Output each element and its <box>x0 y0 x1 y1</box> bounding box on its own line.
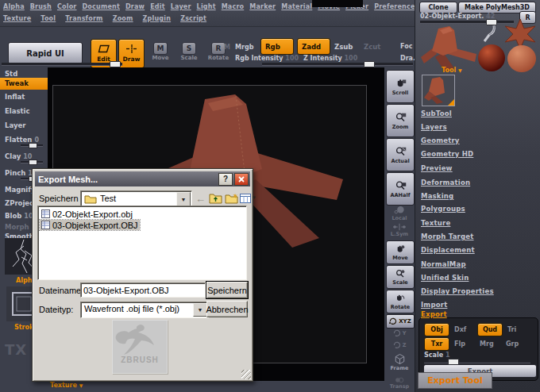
local-button[interactable]: Local <box>386 206 413 221</box>
clay-slider-handle[interactable] <box>29 159 37 165</box>
texture-thumbnail[interactable]: TX <box>5 341 27 358</box>
z-intensity-slider-handle[interactable] <box>364 61 375 67</box>
menu-document[interactable]: Document <box>83 3 120 10</box>
section-display-properties[interactable]: Display Properties <box>421 287 494 295</box>
section-preview[interactable]: Preview <box>421 164 453 172</box>
export-grp-button[interactable]: Grp <box>506 340 519 348</box>
menu-alpha[interactable]: Alpha <box>3 3 25 10</box>
m-label[interactable]: M <box>224 44 230 51</box>
menu-zscript[interactable]: Zscript <box>180 15 206 22</box>
file-item[interactable]: 02-Objekt-Export.obj <box>40 209 134 219</box>
brush-clay[interactable]: Clay10 <box>0 152 48 160</box>
section-polygroups[interactable]: Polygroups <box>421 205 465 213</box>
zadd-button[interactable]: Zadd <box>297 38 330 55</box>
export-scale-slider[interactable] <box>424 360 530 363</box>
z-intensity-label[interactable]: Z Intensity 100 <box>303 55 357 62</box>
lsym-button[interactable]: L.Sym <box>386 223 413 237</box>
cancel-button[interactable]: Abbrechen <box>206 301 248 317</box>
section-masking[interactable]: Masking <box>421 192 453 200</box>
hook-brush-thumbnail[interactable] <box>480 24 499 44</box>
export-tri-button[interactable]: Tri <box>507 326 516 333</box>
resize-grip[interactable] <box>241 370 251 379</box>
menu-tool[interactable]: Tool <box>40 15 56 22</box>
menu-layer[interactable]: Layer <box>171 3 191 10</box>
sphere-tool-thumbnail[interactable] <box>507 45 536 72</box>
rgb-button[interactable]: Rgb <box>260 38 294 55</box>
help-button[interactable]: ? <box>218 173 233 186</box>
scale-view-button[interactable]: Scale <box>386 265 415 289</box>
brush-inflat[interactable]: Inflat <box>0 93 48 101</box>
menu-light[interactable]: Light <box>197 3 216 10</box>
current-tool-thumbnail[interactable] <box>419 24 480 71</box>
section-normalmap[interactable]: NormalMap <box>421 260 466 268</box>
menu-draw[interactable]: Draw <box>125 3 145 10</box>
export-scale-label[interactable]: Scale 1 <box>424 352 449 359</box>
draw-size-label[interactable]: Dra. <box>400 55 415 62</box>
section-geometry[interactable]: Geometry <box>421 136 460 144</box>
texture-selector[interactable]: Texture ▼ <box>50 382 83 389</box>
zoom-button[interactable]: Zoom <box>386 104 415 137</box>
draw-size-slider[interactable] <box>2 63 122 66</box>
mrgb-label[interactable]: Mrgb <box>235 44 253 51</box>
menu-transform[interactable]: Transform <box>65 15 102 22</box>
view-menu-icon[interactable] <box>240 194 251 203</box>
export-qud-button[interactable]: Qud <box>477 323 503 336</box>
move-view-button[interactable]: Move <box>386 240 415 264</box>
clay-slider[interactable] <box>21 161 43 163</box>
menu-texture[interactable]: Texture <box>3 15 31 22</box>
xyz-button[interactable]: XYZ <box>386 314 415 329</box>
filetype-combobox[interactable]: Wavefront .obj file (*.obj) ▼ <box>80 302 209 318</box>
rapid-ui-button[interactable]: Rapid UI <box>8 42 83 64</box>
menu-marker[interactable]: Marker <box>249 3 276 10</box>
flatten-slider-handle[interactable] <box>29 143 37 148</box>
draw-size-slider-handle[interactable] <box>110 61 121 67</box>
file-listbox[interactable]: 02-Objekt-Export.obj 03-Objekt-Export.OB… <box>37 206 247 280</box>
section-unified-skin[interactable]: Unified Skin <box>421 274 469 282</box>
file-item-selected[interactable]: 03-Objekt-Export.OBJ <box>40 220 140 230</box>
menu-edit[interactable]: Edit <box>150 3 165 10</box>
section-import[interactable]: Import <box>421 301 447 309</box>
brush-elastic[interactable]: Elastic <box>0 107 48 115</box>
view-menu-chevron-icon[interactable]: ▼ <box>252 195 256 200</box>
section-displacement[interactable]: Displacement <box>421 246 475 254</box>
rotate-z-button[interactable]: Z <box>386 341 413 349</box>
brush-std[interactable]: Std <box>0 70 48 78</box>
export-txr-button[interactable]: Txr <box>424 337 449 351</box>
clone-button[interactable]: Clone <box>419 2 457 13</box>
section-export[interactable]: Export <box>421 310 447 318</box>
menu-zplugin[interactable]: Zplugin <box>143 15 172 22</box>
move-button[interactable]: M Move <box>149 42 172 61</box>
save-button[interactable]: Speichern <box>206 282 248 298</box>
filename-input[interactable] <box>80 282 206 298</box>
back-icon[interactable]: ← <box>195 193 206 205</box>
export-flp-button[interactable]: Flp <box>454 340 465 348</box>
section-texture[interactable]: Texture <box>421 219 450 227</box>
export-obj-button[interactable]: Obj <box>424 323 449 336</box>
new-folder-icon[interactable] <box>225 193 238 204</box>
up-folder-icon[interactable] <box>209 193 222 204</box>
menu-macro[interactable]: Macro <box>222 3 245 10</box>
section-subtool[interactable]: SubTool <box>421 110 452 117</box>
frame-button[interactable]: Frame <box>386 353 413 371</box>
rotate-y-button[interactable]: Y <box>386 329 413 337</box>
close-button[interactable] <box>234 173 249 186</box>
menu-brush[interactable]: Brush <box>30 3 52 10</box>
folder-dropdown-button[interactable]: ▼ <box>176 192 191 206</box>
rgb-intensity-label[interactable]: Rgb Intensity 100 <box>235 55 299 62</box>
menu-material[interactable]: Material <box>281 3 312 10</box>
zcut-button[interactable]: Zcut <box>364 43 380 51</box>
active-tool-name[interactable]: 02-Objekt-Export. 42 <box>420 13 495 20</box>
menu-zoom[interactable]: Zoom <box>113 15 133 22</box>
focal-shift-label[interactable]: Foc <box>400 43 412 50</box>
brush-flatten[interactable]: Flatten0 <box>0 136 48 144</box>
rotate-view-button[interactable]: Rotate <box>386 290 415 313</box>
transp-button[interactable]: Transp <box>386 377 413 390</box>
menu-color[interactable]: Color <box>57 3 77 10</box>
z-intensity-slider[interactable] <box>262 63 413 66</box>
export-dxf-button[interactable]: Dxf <box>454 326 466 333</box>
sphere-dark-tool-thumbnail[interactable] <box>478 44 505 71</box>
zsub-button[interactable]: Zsub <box>334 43 353 51</box>
section-geometry-hd[interactable]: Geometry HD <box>421 150 473 158</box>
scale-button[interactable]: S Scale <box>178 42 200 61</box>
tool-popup-button[interactable]: Tool ▼ <box>442 67 462 74</box>
